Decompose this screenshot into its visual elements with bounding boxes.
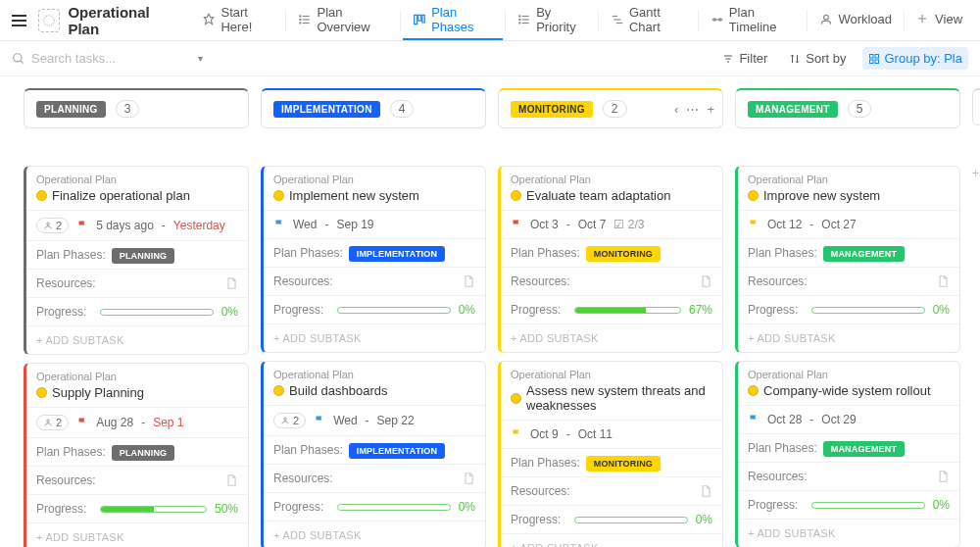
svg-point-22 (824, 15, 829, 20)
add-subtask-button[interactable]: + ADD SUBTASK (511, 332, 599, 344)
resources-label: Resources: (748, 274, 808, 288)
tab-label: Plan Timeline (729, 5, 796, 34)
collapse-icon[interactable]: ‹ (674, 102, 678, 117)
group-button[interactable]: Group by: Pla (862, 47, 969, 70)
progress-label: Progress: (273, 500, 323, 514)
hamburger-icon[interactable] (8, 9, 30, 32)
column-implementation: IMPLEMENTATION 4 Operational Plan Implem… (261, 88, 486, 535)
task-card[interactable]: Operational Plan Build dashboards 2Wed-S… (261, 361, 486, 547)
breadcrumb: Operational Plan (748, 369, 950, 380)
search-dropdown-icon[interactable]: ▾ (198, 53, 203, 64)
breadcrumb: Operational Plan (511, 369, 712, 380)
flag-icon (748, 414, 760, 425)
filter-button[interactable]: Filter (716, 47, 773, 70)
view-tabs: Start Here!Plan OverviewPlan PhasesBy Pr… (192, 0, 972, 40)
tab-workload[interactable]: Workload (809, 0, 902, 40)
add-subtask-button[interactable]: + ADD SUBTASK (273, 332, 362, 344)
page-title: Operational Plan (68, 4, 176, 37)
column-header[interactable]: IMPLEMENTATION 4 (261, 88, 486, 128)
task-card[interactable]: Operational Plan Finalize operational pl… (24, 166, 249, 355)
list-icon (298, 13, 312, 26)
tab-by-priority[interactable]: By Priority (508, 0, 596, 40)
progress-bar (811, 502, 924, 509)
tab-view[interactable]: View (906, 0, 972, 40)
phase-tag: PLANNING (112, 248, 175, 264)
column-header[interactable]: MONITORING 2 ‹⋯+ (498, 88, 723, 128)
resources-label: Resources: (36, 473, 96, 487)
phase-tag: MONITORING (586, 246, 661, 262)
status-dot-icon (273, 190, 284, 201)
flag-icon (76, 220, 88, 231)
tab-plan-phases[interactable]: Plan Phases (403, 0, 503, 40)
search-icon (12, 52, 25, 66)
add-subtask-button[interactable]: + ADD SUBTASK (511, 542, 599, 547)
phases-label: Plan Phases: (36, 248, 106, 262)
phases-label: Plan Phases: (748, 246, 817, 260)
flag-icon (76, 417, 88, 428)
space-icon[interactable] (38, 9, 61, 32)
progress-label: Progress: (511, 513, 561, 526)
date-end: Sep 1 (153, 416, 183, 429)
add-icon[interactable]: + (707, 102, 714, 117)
progress-bar (100, 309, 213, 316)
column-name: MANAGEMENT (748, 101, 838, 118)
filter-label: Filter (739, 51, 767, 66)
svg-rect-32 (869, 60, 873, 64)
sort-button[interactable]: Sort by (783, 47, 852, 70)
breadcrumb: Operational Plan (748, 174, 950, 185)
tab-start-here-[interactable]: Start Here! (192, 0, 283, 40)
tab-label: Gantt Chart (629, 5, 686, 34)
document-icon (462, 274, 475, 288)
column-header[interactable]: Em (972, 88, 980, 125)
add-subtask-button[interactable]: + ADD SUBTASK (748, 527, 836, 539)
column-header[interactable]: PLANNING 3 (24, 88, 249, 128)
phases-label: Plan Phases: (511, 246, 580, 260)
search-wrap (12, 51, 188, 66)
task-title: Supply Planning (36, 385, 238, 400)
assignee-chip[interactable]: 2 (36, 218, 69, 233)
column-name: PLANNING (36, 101, 106, 118)
task-title: Evaluate team adaptation (511, 188, 712, 203)
phase-tag: IMPLEMENTATION (349, 246, 445, 262)
add-subtask-button[interactable]: + ADD SUBTASK (273, 529, 362, 541)
tab-gantt-chart[interactable]: Gantt Chart (601, 0, 696, 40)
add-subtask-button[interactable]: + ADD SUBTASK (36, 334, 124, 346)
task-title: Improve new system (748, 188, 950, 203)
workload-icon (819, 13, 833, 26)
svg-point-0 (44, 15, 55, 25)
task-card[interactable]: Operational Plan Assess new system threa… (498, 361, 723, 547)
svg-point-15 (519, 22, 520, 23)
task-card[interactable]: Operational Plan Implement new system We… (261, 166, 486, 353)
progress-label: Progress: (36, 305, 86, 319)
task-title: Finalize operational plan (36, 188, 238, 203)
column-name: IMPLEMENTATION (273, 101, 380, 118)
svg-rect-8 (418, 15, 421, 21)
svg-point-14 (519, 19, 520, 20)
status-dot-icon (511, 393, 521, 404)
search-input[interactable] (31, 51, 169, 66)
task-card[interactable]: Operational Plan Improve new system Oct … (735, 166, 960, 353)
assignee-chip[interactable]: 2 (36, 415, 69, 430)
tab-plan-overview[interactable]: Plan Overview (288, 0, 398, 40)
more-icon[interactable]: ⋯ (686, 102, 699, 117)
progress-label: Progress: (748, 498, 798, 512)
tab-plan-timeline[interactable]: Plan Timeline (701, 0, 806, 40)
date-end: Oct 29 (821, 413, 856, 426)
task-card[interactable]: Operational Plan Company-wide system rol… (735, 361, 960, 547)
tab-label: By Priority (536, 5, 586, 34)
assignee-chip[interactable]: 2 (273, 413, 306, 428)
top-bar: Operational Plan Start Here!Plan Overvie… (0, 0, 980, 41)
add-subtask-button[interactable]: + ADD SUBTASK (36, 531, 124, 543)
resources-label: Resources: (273, 472, 333, 485)
svg-point-13 (519, 15, 520, 16)
task-card[interactable]: Operational Plan Evaluate team adaptatio… (498, 166, 723, 353)
breadcrumb: Operational Plan (36, 371, 238, 382)
add-subtask-button[interactable]: + ADD SUBTASK (748, 332, 836, 344)
new-task-button[interactable]: + N (972, 167, 980, 180)
task-card[interactable]: Operational Plan Supply Planning 2Aug 28… (24, 363, 249, 547)
svg-rect-30 (869, 54, 873, 58)
phase-tag: MANAGEMENT (823, 441, 906, 457)
column-header[interactable]: MANAGEMENT 5 (735, 88, 960, 128)
tab-label: Plan Phases (431, 5, 493, 34)
resources-label: Resources: (273, 274, 333, 288)
